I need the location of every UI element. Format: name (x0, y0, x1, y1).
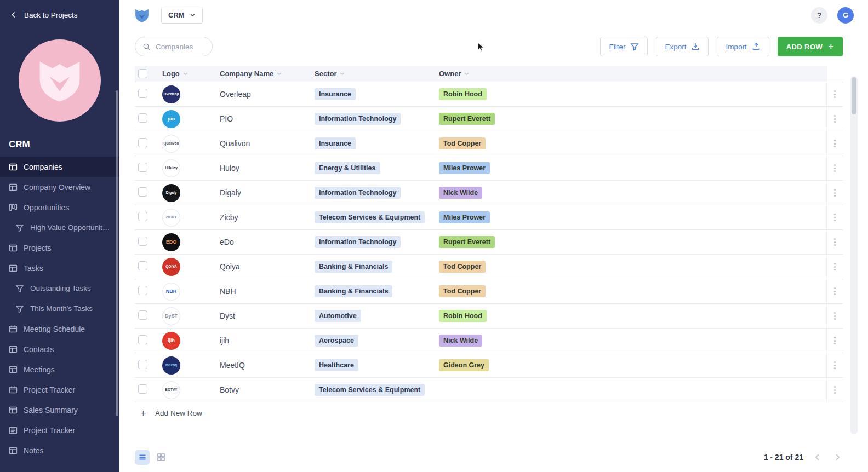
app-logo-icon (134, 7, 152, 24)
grid-view-toggle[interactable] (153, 450, 168, 465)
row-menu-button[interactable] (826, 353, 843, 377)
sidebar-item-companies[interactable]: Companies (0, 157, 119, 177)
row-menu-button[interactable] (826, 255, 843, 279)
table-row-pio[interactable]: pio PIO Information Technology Rupert Ev… (135, 107, 843, 131)
sidebar-item-this-month-s-tasks[interactable]: This Month's Tasks (0, 298, 119, 319)
owner-cell: Nick Wilde (439, 187, 826, 199)
row-menu-button[interactable] (826, 230, 843, 254)
row-checkbox[interactable] (138, 163, 147, 172)
export-button[interactable]: Export (656, 37, 709, 56)
table-row-botvy[interactable]: BOTVY Botvy Telecom Services & Equipment (135, 378, 843, 402)
row-checkbox[interactable] (138, 310, 147, 320)
sidebar-item-projects[interactable]: Projects (0, 238, 119, 258)
row-checkbox[interactable] (138, 89, 147, 98)
add-new-row-button[interactable]: + Add New Row (135, 402, 843, 424)
select-all-checkbox[interactable] (138, 69, 147, 78)
row-menu-button[interactable] (826, 131, 843, 156)
row-menu-button[interactable] (826, 181, 843, 205)
previous-page-button[interactable] (812, 452, 823, 463)
import-button[interactable]: Import (717, 37, 769, 56)
add-row-button[interactable]: ADD ROW + (778, 37, 843, 56)
column-header-owner[interactable]: Owner (439, 70, 826, 78)
list-view-toggle[interactable] (135, 450, 150, 465)
owner-cell: Miles Prower (439, 162, 826, 174)
calendar-icon (9, 385, 18, 394)
sidebar-item-meeting-schedule[interactable]: Meeting Schedule (0, 319, 119, 339)
sector-badge: Healthcare (315, 359, 358, 371)
sidebar-item-opportunities[interactable]: Opportunities (0, 197, 119, 217)
row-menu-button[interactable] (826, 329, 843, 353)
column-header-sector[interactable]: Sector (315, 70, 439, 78)
row-checkbox[interactable] (138, 212, 147, 221)
column-header-company-name[interactable]: Company Name (220, 70, 315, 78)
sort-caret-icon (339, 71, 345, 77)
row-menu-button[interactable] (826, 82, 843, 106)
sidebar-item-meetings[interactable]: Meetings (0, 359, 119, 379)
row-menu-button[interactable] (826, 205, 843, 229)
company-logo: Overleap (162, 85, 180, 103)
back-to-projects-button[interactable]: Back to Projects (0, 0, 119, 30)
owner-badge: Tod Copper (439, 261, 486, 273)
row-checkbox[interactable] (138, 384, 147, 394)
row-menu-button[interactable] (826, 107, 843, 131)
company-logo: Digaly (162, 184, 180, 202)
row-checkbox[interactable] (138, 187, 147, 197)
kebab-icon (834, 189, 836, 197)
sidebar-item-project-tracker[interactable]: Project Tracker (0, 420, 119, 440)
sidebar-nav: Companies Company Overview Opportunities… (0, 157, 119, 461)
column-header-logo[interactable]: Logo (162, 70, 220, 78)
row-checkbox[interactable] (138, 138, 147, 147)
row-menu-button[interactable] (826, 279, 843, 303)
table-row-huloy[interactable]: HHuloy Huloy Energy & Utilities Miles Pr… (135, 156, 843, 181)
row-checkbox[interactable] (138, 360, 147, 369)
filter-button[interactable]: Filter (600, 37, 648, 56)
topbar: CRM ? G (119, 0, 868, 30)
row-menu-button[interactable] (826, 378, 843, 402)
table-scrollbar[interactable] (850, 76, 858, 434)
sidebar-item-outstanding-tasks[interactable]: Outstanding Tasks (0, 278, 119, 298)
sidebar-item-tasks[interactable]: Tasks (0, 258, 119, 278)
sort-caret-icon (182, 71, 189, 77)
row-menu-button[interactable] (826, 304, 843, 328)
help-button[interactable]: ? (811, 7, 827, 24)
user-avatar[interactable]: G (837, 7, 854, 24)
table-row-zicby[interactable]: ZICBY Zicby Telecom Services & Equipment… (135, 205, 843, 230)
row-checkbox[interactable] (138, 261, 147, 270)
company-logo: EDO (162, 233, 180, 251)
table-row-overleap[interactable]: Overleap Overleap Insurance Robin Hood (135, 82, 843, 107)
owner-badge: Rupert Everett (439, 236, 495, 248)
table-row-meetiq[interactable]: meetiq MeetIQ Healthcare Gideon Grey (135, 353, 843, 378)
plus-icon: + (140, 407, 146, 419)
table-row-digaly[interactable]: Digaly Digaly Information Technology Nic… (135, 181, 843, 205)
owner-cell: Rupert Everett (439, 113, 826, 125)
sidebar-item-notes[interactable]: Notes (0, 440, 119, 461)
table-row-nbh[interactable]: NBH NBH Banking & Financials Tod Copper (135, 279, 843, 304)
app-selector-dropdown[interactable]: CRM (161, 7, 203, 24)
table-row-dyst[interactable]: DyST Dyst Automotive Robin Hood (135, 304, 843, 329)
row-menu-button[interactable] (826, 156, 843, 180)
table-body: Overleap Overleap Insurance Robin Hood p… (135, 82, 843, 402)
sidebar-item-sales-summary[interactable]: Sales Summary (0, 400, 119, 420)
scrollbar-thumb[interactable] (852, 77, 856, 114)
plus-icon: + (828, 42, 834, 51)
sidebar-item-high-value-opportunities[interactable]: High Value Opportunities (0, 217, 119, 238)
next-page-button[interactable] (832, 452, 843, 463)
table-row-qoiya[interactable]: QOIYA Qoiya Banking & Financials Tod Cop… (135, 255, 843, 279)
search-box[interactable] (135, 37, 213, 56)
sidebar-scrollbar[interactable] (116, 90, 118, 416)
row-checkbox[interactable] (138, 286, 147, 295)
sidebar-item-contacts[interactable]: Contacts (0, 339, 119, 359)
search-input[interactable] (156, 43, 206, 51)
kebab-icon (834, 115, 836, 123)
table-row-edo[interactable]: EDO eDo Information Technology Rupert Ev… (135, 230, 843, 255)
row-checkbox[interactable] (138, 113, 147, 123)
sidebar-item-project-tracker[interactable]: Project Tracker (0, 379, 119, 400)
fox-logo-icon (35, 55, 85, 106)
row-checkbox[interactable] (138, 335, 147, 344)
sidebar-item-company-overview[interactable]: Company Overview (0, 177, 119, 197)
company-logo: BOTVY (162, 381, 180, 399)
sector-cell: Banking & Financials (315, 285, 439, 297)
table-row-ijih[interactable]: ijih ijih Aerospace Nick Wilde (135, 329, 843, 353)
row-checkbox[interactable] (138, 237, 147, 246)
table-row-qualivon[interactable]: Qualivon Qualivon Insurance Tod Copper (135, 131, 843, 156)
